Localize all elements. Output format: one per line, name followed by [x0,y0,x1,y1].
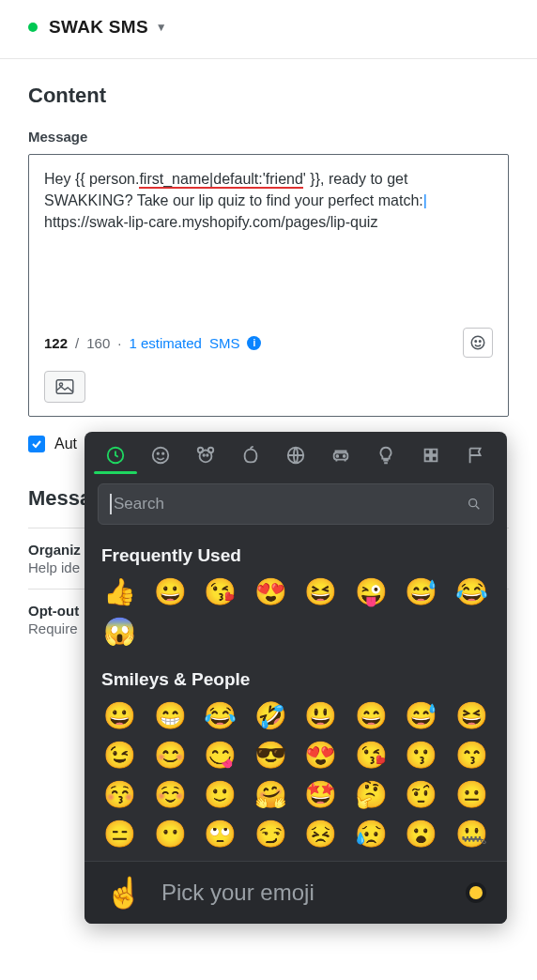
svg-point-4 [59,383,62,386]
emoji-item[interactable]: 😘 [202,579,239,605]
emoji-picker-button[interactable] [463,328,493,358]
emoji-item[interactable]: 😂 [453,579,491,605]
svg-point-6 [153,448,169,464]
svg-point-18 [469,499,477,507]
spellcheck-underline: first_name|default:'friend [139,171,302,189]
emoji-picker: Frequently Used 👍😀😘😍😆😜😅😂😱 Smileys & Peop… [84,432,507,674]
emoji-item[interactable]: 😱 [101,619,139,645]
message-label: Message [28,129,509,145]
message-settings-heading: Messa [28,486,91,511]
emoji-item[interactable]: 👍 [101,579,139,605]
recent-tab-icon[interactable] [105,445,126,466]
chevron-down-icon[interactable]: ▼ [156,21,167,34]
text-caret: | [423,192,427,208]
svg-point-7 [158,452,159,453]
flags-tab-icon[interactable] [466,445,486,466]
svg-point-13 [207,454,207,455]
svg-point-16 [336,455,338,457]
svg-point-0 [471,336,484,349]
content-heading: Content [28,84,509,108]
svg-point-10 [198,448,204,453]
frequently-used-grid: 👍😀😘😍😆😜😅😂😱 [84,574,507,658]
auto-checkbox[interactable] [28,436,45,452]
message-editor[interactable]: Hey {{ person.first_name|default:'friend… [28,154,509,417]
estimated-link[interactable]: 1 estimated [129,335,202,351]
animals-tab-icon[interactable] [195,445,216,466]
search-icon [467,497,482,512]
info-icon[interactable]: i [247,336,261,350]
frequently-used-heading: Frequently Used [84,534,507,574]
emoji-item[interactable]: 😜 [353,579,391,605]
svg-point-17 [344,455,345,457]
search-cursor [110,494,112,514]
add-media-button[interactable] [44,371,85,403]
travel-tab-icon[interactable] [330,445,351,466]
svg-rect-3 [56,380,73,393]
message-text[interactable]: Hey {{ person.first_name|default:'friend… [44,168,493,234]
emoji-category-tabs [84,432,507,471]
svg-point-2 [480,341,482,343]
svg-point-8 [162,452,163,453]
character-counter: 122 / 160 · 1 estimated SMS i [44,328,493,358]
emoji-item[interactable]: 😀 [152,579,190,605]
objects-tab-icon[interactable] [376,445,396,466]
svg-point-1 [475,341,477,343]
emoji-item[interactable]: 😅 [403,579,440,605]
smileys-heading: Smileys & People [84,658,507,674]
emoji-item[interactable]: 😆 [302,579,340,605]
symbols-tab-icon[interactable] [421,445,441,466]
emoji-item[interactable]: 😍 [253,579,290,605]
campaign-title[interactable]: SWAK SMS [49,17,148,38]
svg-point-11 [208,448,214,453]
svg-point-12 [203,454,204,455]
smileys-tab-icon[interactable] [150,445,171,466]
activity-tab-icon[interactable] [285,445,306,466]
auto-label: Aut [54,436,77,452]
status-indicator [28,23,38,32]
food-tab-icon[interactable] [240,445,261,466]
emoji-search-input[interactable] [98,483,494,525]
